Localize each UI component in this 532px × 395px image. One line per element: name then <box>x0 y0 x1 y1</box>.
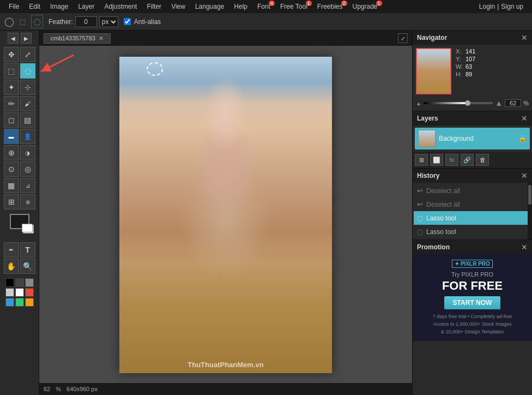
swatch-orange[interactable] <box>25 298 34 307</box>
layer-background[interactable]: Background 🔒 <box>415 128 530 149</box>
nav-slider-fill <box>424 102 467 104</box>
swatch-dark[interactable] <box>15 278 24 287</box>
menu-filter[interactable]: Filter <box>142 2 166 11</box>
antialias-label: Anti-alias <box>134 18 161 26</box>
swatch-blue[interactable] <box>5 298 14 307</box>
layers-btn-link[interactable]: 🔗 <box>461 154 474 166</box>
history-panel-title: History <box>417 172 439 179</box>
shape-tool[interactable]: ▬ <box>4 129 19 144</box>
history-item-1[interactable]: ↩ Deselect all <box>414 184 531 198</box>
history-scrollbar-thumb <box>528 185 531 205</box>
marquee-tool[interactable]: ⬚ <box>4 63 19 79</box>
retouch-tool[interactable]: ◑ <box>20 145 35 160</box>
menu-freebies[interactable]: Freebies2 <box>313 2 347 11</box>
transform-tool[interactable]: ⤢ <box>20 47 35 62</box>
hand-tool[interactable]: ✋ <box>4 259 19 274</box>
menu-help[interactable]: Help <box>229 2 252 11</box>
main-layout: ◀ ▶ ✥ ⤢ ⬚ ◌ ✦ ⊹ ✏ 🖌 ◻ ▤ ▬ 👤 ⊕ ◑ <box>0 31 532 395</box>
history-label-4: Lasso tool <box>426 228 456 236</box>
promo-fine-1: 7 days free trial • Completely ad-free <box>433 314 512 319</box>
login-link[interactable]: Login <box>479 3 495 10</box>
layers-btn-delete[interactable]: 🗑 <box>476 154 489 166</box>
options-tool-icon2: ⬚ <box>20 18 26 26</box>
menu-view[interactable]: View <box>167 2 190 11</box>
canvas-tab-close[interactable]: ✕ <box>99 35 104 42</box>
menu-font[interactable]: Font4 <box>253 2 275 11</box>
canvas-tab[interactable]: cmb1433575783 ✕ <box>44 33 111 44</box>
toolbar-prev[interactable]: ◀ <box>8 33 19 44</box>
canvas-image[interactable]: ⟋ ThuThuatPhanMem.vn <box>119 57 332 373</box>
layers-panel-header: Layers ✕ <box>413 111 532 125</box>
history-item-3[interactable]: ◌ Lasso tool <box>414 211 531 225</box>
tool-row-3: ✦ ⊹ <box>4 80 35 95</box>
navigator-panel-close[interactable]: ✕ <box>521 33 528 42</box>
navigator-zoom-input[interactable] <box>505 99 521 107</box>
promotion-panel-close[interactable]: ✕ <box>521 243 528 252</box>
fill-tool[interactable]: ▤ <box>20 112 35 128</box>
move-tool[interactable]: ✥ <box>4 47 19 62</box>
history-scrollbar[interactable] <box>528 183 532 240</box>
menu-edit[interactable]: Edit <box>25 2 45 11</box>
tool-row-7: ⊕ ◑ <box>4 145 35 160</box>
swatch-light[interactable] <box>5 288 14 297</box>
feather-unit-select[interactable]: px <box>99 16 118 27</box>
brush-tool[interactable]: 🖌 <box>20 96 35 111</box>
foreground-color[interactable] <box>10 214 29 229</box>
layers-panel-close[interactable]: ✕ <box>521 114 528 123</box>
canvas-tabbar: cmb1433575783 ✕ ⤢ <box>39 31 412 46</box>
menubar: File Edit Image Layer Adjustment Filter … <box>0 0 532 13</box>
menu-adjustment[interactable]: Adjustment <box>100 2 141 11</box>
right-panels: Navigator ✕ X: 141 Y: 107 <box>412 31 532 395</box>
upgrade-badge: 1 <box>376 1 382 6</box>
clone-tool[interactable]: ⊕ <box>4 145 19 160</box>
layers-btn-fx[interactable]: fx <box>445 154 458 166</box>
signup-link[interactable]: Sign up <box>501 3 523 10</box>
toolbar-nav: ◀ ▶ <box>8 33 32 44</box>
paint-bucket[interactable]: ⊿ <box>20 178 35 193</box>
gradient-tool[interactable]: ▦ <box>4 178 19 193</box>
menu-layer[interactable]: Layer <box>74 2 99 11</box>
blur-tool[interactable]: ◎ <box>20 161 35 177</box>
menu-freetool[interactable]: Free Tool1 <box>276 2 312 11</box>
menu-language[interactable]: Language <box>191 2 228 11</box>
color-replace-tool[interactable]: ⊞ <box>4 194 19 210</box>
swatch-green[interactable] <box>15 298 24 307</box>
nav-slider-handle <box>465 100 470 106</box>
dodge-tool[interactable]: ⊙ <box>4 161 19 177</box>
canvas-content[interactable]: ⟋ ThuThuatPhanMem.vn <box>39 46 412 383</box>
toolbar-next[interactable]: ▶ <box>21 33 32 44</box>
swatch-red[interactable] <box>25 288 34 297</box>
history-item-4[interactable]: ◌ Lasso tool <box>414 225 531 238</box>
swatch-black[interactable] <box>5 278 14 287</box>
layers-btn-blend[interactable]: ⊞ <box>415 154 428 166</box>
lasso-tool[interactable]: ◌ <box>20 63 35 79</box>
menu-upgrade[interactable]: Upgrade1 <box>348 2 382 11</box>
navigator-slider[interactable] <box>424 102 493 104</box>
promo-cta-button[interactable]: START NOW <box>444 296 501 309</box>
canvas-expand-btn[interactable]: ⤢ <box>398 33 408 43</box>
antialias-checkbox[interactable] <box>124 18 131 25</box>
nav-mountain-small-icon: ▲ <box>416 100 421 106</box>
history-panel-close[interactable]: ✕ <box>521 171 528 180</box>
menu-file[interactable]: File <box>4 2 23 11</box>
feather-input[interactable] <box>75 16 97 27</box>
history-item-2[interactable]: ↩ Deselect all <box>414 198 531 211</box>
eraser-tool[interactable]: ◻ <box>4 112 19 128</box>
tool-row-2: ⬚ ◌ <box>4 63 35 79</box>
options-bar: ◯ ⬚ ◌ Feather: px Anti-alias <box>0 13 532 31</box>
distort-tool[interactable]: ⊛ <box>20 194 35 210</box>
navigator-panel-title: Navigator <box>417 34 447 41</box>
pencil-tool[interactable]: ✏ <box>4 96 19 111</box>
history-icon-1: ↩ <box>417 187 423 195</box>
layers-btn-mask[interactable]: ⬜ <box>430 154 443 166</box>
healing-tool[interactable]: 👤 <box>20 129 35 144</box>
menu-image[interactable]: Image <box>46 2 72 11</box>
swatch-white[interactable] <box>15 288 24 297</box>
magic-wand-tool[interactable]: ✦ <box>4 80 19 95</box>
crop-tool[interactable]: ⊹ <box>20 80 35 95</box>
text-tool[interactable]: T <box>20 242 35 258</box>
navigator-inner: X: 141 Y: 107 W: 63 H: 8 <box>416 48 529 94</box>
swatch-gray[interactable] <box>25 278 34 287</box>
zoom-tool[interactable]: 🔍 <box>20 259 35 274</box>
pen-tool[interactable]: ✒ <box>4 242 19 258</box>
